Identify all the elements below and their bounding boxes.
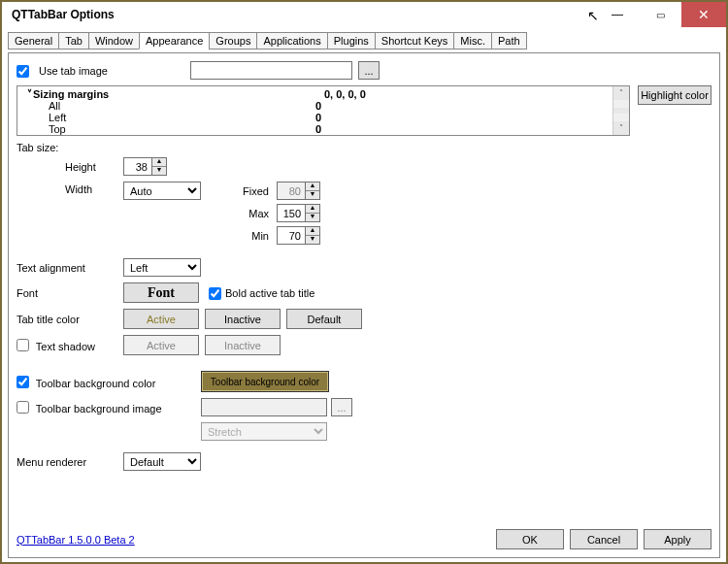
text-shadow-inactive-button: Inactive: [205, 335, 281, 355]
menu-renderer-select[interactable]: Default: [123, 452, 201, 471]
tab-title-active-button[interactable]: Active: [123, 309, 199, 329]
min-label: Min: [230, 230, 269, 242]
font-button[interactable]: Font: [123, 282, 199, 303]
toolbar-bg-image-path: [201, 398, 327, 416]
tab-path[interactable]: Path: [491, 32, 527, 50]
tab-misc[interactable]: Misc.: [453, 32, 492, 50]
toolbar-bg-image-mode-select: Stretch: [201, 422, 327, 441]
ok-button[interactable]: OK: [496, 529, 564, 549]
scroll-down-icon[interactable]: ˅: [613, 121, 629, 135]
toolbar-bg-image-browse-button: ...: [331, 398, 352, 416]
apply-button[interactable]: Apply: [644, 529, 711, 549]
scroll-thumb[interactable]: [613, 108, 629, 114]
use-tab-image-path[interactable]: [190, 61, 352, 80]
fixed-label: Fixed: [230, 185, 269, 197]
bold-active-label: Bold active tab title: [225, 287, 314, 299]
text-shadow-checkbox[interactable]: [17, 339, 29, 351]
height-stepper[interactable]: ▲▼: [123, 157, 167, 176]
fixed-stepper[interactable]: ▲▼: [277, 182, 320, 200]
height-input[interactable]: [123, 157, 152, 176]
window-title: QTTabBar Options: [2, 8, 115, 21]
use-tab-image-checkbox[interactable]: [17, 65, 29, 78]
bold-active-checkbox[interactable]: [209, 287, 221, 300]
tab-applications[interactable]: Applications: [256, 32, 327, 50]
close-button[interactable]: ✕: [681, 2, 726, 27]
fixed-input: [277, 182, 306, 200]
toolbar-bg-color-checkbox[interactable]: [17, 376, 29, 388]
minimize-button[interactable]: —: [596, 2, 639, 27]
cancel-button[interactable]: Cancel: [570, 529, 638, 549]
tab-size-label: Tab size:: [17, 142, 711, 153]
width-label: Width: [65, 182, 123, 195]
appearance-page: Use tab image ... Sizing margins 0, 0, 0…: [8, 52, 720, 558]
text-shadow-label: Text shadow: [36, 341, 95, 352]
text-alignment-select[interactable]: Left: [123, 258, 201, 277]
text-shadow-active-button: Active: [123, 335, 199, 355]
max-stepper[interactable]: ▲▼: [277, 204, 320, 222]
tab-general[interactable]: General: [8, 32, 59, 50]
min-stepper[interactable]: ▲▼: [277, 226, 320, 245]
margins-header-value: 0, 0, 0, 0: [324, 88, 366, 100]
tab-groups[interactable]: Groups: [209, 32, 257, 50]
width-select[interactable]: Auto: [123, 182, 201, 200]
tab-plugins[interactable]: Plugins: [327, 32, 376, 50]
tab-window[interactable]: Window: [88, 32, 140, 50]
max-label: Max: [230, 208, 269, 219]
toolbar-bg-color-swatch[interactable]: Toolbar background color: [201, 371, 329, 392]
tab-title-default-button[interactable]: Default: [286, 309, 362, 329]
menu-renderer-label: Menu renderer: [17, 456, 123, 468]
use-tab-image-browse-button[interactable]: ...: [358, 61, 380, 80]
font-label: Font: [17, 287, 123, 299]
min-input[interactable]: [277, 226, 306, 245]
titlebar: QTTabBar Options — ▭ ✕: [2, 2, 726, 28]
toolbar-bg-color-label: Toolbar background color: [36, 378, 156, 389]
sizing-margins-list[interactable]: Sizing margins 0, 0, 0, 0 All0Left0Top0 …: [17, 85, 630, 136]
maximize-button[interactable]: ▭: [639, 2, 681, 27]
tab-strip: GeneralTabWindowAppearanceGroupsApplicat…: [8, 31, 720, 49]
tab-appearance[interactable]: Appearance: [139, 32, 210, 50]
tab-title-inactive-button[interactable]: Inactive: [205, 309, 281, 329]
toolbar-bg-image-label: Toolbar background image: [36, 403, 162, 415]
toolbar-bg-image-checkbox[interactable]: [17, 401, 29, 414]
margins-header-name: Sizing margins: [33, 88, 324, 100]
text-alignment-label: Text alignment: [17, 262, 123, 274]
tab-shortcutkeys[interactable]: Shortcut Keys: [375, 32, 454, 50]
use-tab-image-label: Use tab image: [39, 65, 184, 77]
highlight-color-button[interactable]: Highlight color: [638, 85, 711, 105]
margin-row[interactable]: All0: [21, 100, 609, 112]
margin-row[interactable]: Left0: [21, 112, 609, 123]
max-input[interactable]: [277, 204, 306, 222]
list-scrollbar[interactable]: ˄ ˅: [612, 86, 629, 135]
tab-tab[interactable]: Tab: [58, 32, 89, 50]
scroll-up-icon[interactable]: ˄: [613, 86, 629, 100]
margin-row[interactable]: Top0: [21, 123, 609, 135]
tab-title-color-label: Tab title color: [17, 314, 123, 325]
height-label: Height: [65, 161, 123, 173]
version-link[interactable]: QTTabBar 1.5.0.0 Beta 2: [17, 534, 135, 546]
